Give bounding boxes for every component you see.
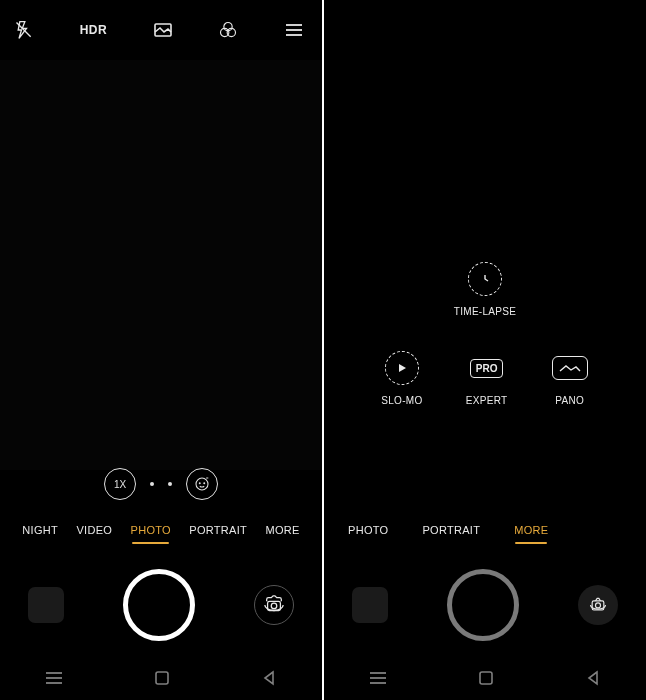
mode-photo[interactable]: PHOTO: [346, 518, 390, 542]
svg-point-12: [271, 603, 277, 609]
mode-expert[interactable]: PRO EXPERT: [466, 349, 508, 406]
slomo-icon: [383, 349, 421, 387]
gallery-thumb[interactable]: [28, 587, 64, 623]
slomo-label: SLO-MO: [381, 395, 422, 406]
camera-topbar: HDR: [0, 0, 322, 60]
mode-strip: NIGHT VIDEO PHOTO PORTRAIT MORE: [0, 510, 322, 550]
face-beauty-icon[interactable]: [186, 468, 218, 500]
nav-home-icon[interactable]: [477, 669, 495, 691]
mode-timelapse[interactable]: TIME-LAPSE: [454, 260, 516, 317]
mode-more[interactable]: MORE: [512, 518, 550, 542]
zoom-dot: [150, 482, 154, 486]
mode-portrait[interactable]: PORTRAIT: [187, 518, 249, 542]
svg-point-8: [196, 478, 208, 490]
android-navbar: [0, 660, 322, 700]
shutter-row: [0, 555, 322, 655]
filter-icon[interactable]: [218, 20, 238, 40]
svg-rect-16: [156, 672, 168, 684]
switch-camera-button[interactable]: [254, 585, 294, 625]
side-by-side-container: HDR: [0, 0, 646, 700]
pano-label: PANO: [555, 395, 584, 406]
svg-point-9: [199, 483, 200, 484]
gallery-thumb[interactable]: [352, 587, 388, 623]
svg-rect-22: [480, 672, 492, 684]
mode-night[interactable]: NIGHT: [20, 518, 60, 542]
phone-left: HDR: [0, 0, 322, 700]
timelapse-icon: [466, 260, 504, 298]
pano-icon: [551, 349, 589, 387]
svg-point-10: [204, 483, 205, 484]
nav-recent-icon[interactable]: [45, 671, 63, 689]
pro-icon: PRO: [468, 349, 506, 387]
nav-back-icon[interactable]: [585, 670, 601, 690]
zoom-dot: [168, 482, 172, 486]
timelapse-label: TIME-LAPSE: [454, 306, 516, 317]
menu-icon[interactable]: [284, 20, 304, 40]
aspect-ratio-icon[interactable]: [153, 20, 173, 40]
more-modes-grid: TIME-LAPSE SLO-MO PRO EXPERT: [324, 260, 646, 406]
svg-point-18: [596, 603, 601, 608]
mode-slomo[interactable]: SLO-MO: [381, 349, 422, 406]
hdr-toggle[interactable]: HDR: [80, 23, 108, 37]
flash-off-icon[interactable]: [14, 20, 34, 40]
mode-more[interactable]: MORE: [263, 518, 301, 542]
nav-recent-icon[interactable]: [369, 671, 387, 689]
zoom-chip[interactable]: 1X: [104, 468, 136, 500]
shutter-button[interactable]: [447, 569, 519, 641]
phone-right: TIME-LAPSE SLO-MO PRO EXPERT: [324, 0, 646, 700]
zoom-row: 1X: [0, 468, 322, 500]
mode-photo[interactable]: PHOTO: [129, 518, 173, 542]
shutter-button[interactable]: [123, 569, 195, 641]
android-navbar: [324, 660, 646, 700]
mode-video[interactable]: VIDEO: [74, 518, 114, 542]
viewfinder[interactable]: [0, 60, 322, 470]
switch-camera-button[interactable]: [578, 585, 618, 625]
shutter-row: [324, 555, 646, 655]
nav-home-icon[interactable]: [153, 669, 171, 691]
mode-strip: PHOTO PORTRAIT MORE: [324, 510, 646, 550]
expert-label: EXPERT: [466, 395, 508, 406]
mode-portrait[interactable]: PORTRAIT: [420, 518, 482, 542]
mode-pano[interactable]: PANO: [551, 349, 589, 406]
nav-back-icon[interactable]: [261, 670, 277, 690]
